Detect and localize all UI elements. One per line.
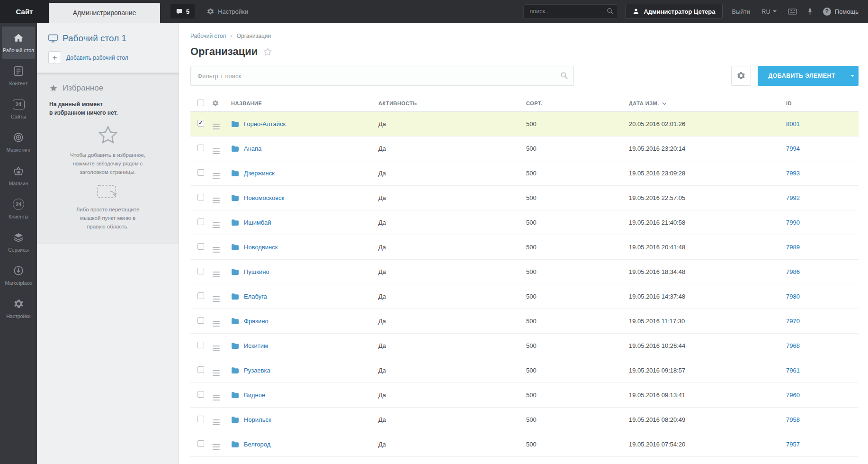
row-name-link[interactable]: Дзержинск xyxy=(244,170,275,177)
row-name-link[interactable]: Елабуга xyxy=(244,293,267,300)
drag-handle-icon[interactable] xyxy=(213,370,220,376)
table-row[interactable]: Ишимбай Да 500 19.05.2016 21:40:58 7990 xyxy=(190,210,859,235)
row-checkbox[interactable] xyxy=(197,169,204,176)
filter-search-input[interactable] xyxy=(190,66,574,86)
table-row[interactable]: Елабуга Да 500 19.05.2016 14:37:48 7980 xyxy=(190,284,859,309)
row-id-link[interactable]: 7980 xyxy=(786,293,800,300)
sidebar-item-marketplace[interactable]: Marketplace xyxy=(2,259,35,291)
row-checkbox[interactable] xyxy=(197,440,204,447)
row-id-link[interactable]: 7968 xyxy=(786,342,800,349)
row-id-link[interactable]: 7990 xyxy=(786,219,800,226)
row-id-link[interactable]: 7957 xyxy=(786,441,800,448)
column-header-id[interactable]: ID xyxy=(786,100,859,106)
table-row[interactable]: Фрязино Да 500 19.05.2016 11:17:30 7970 xyxy=(190,309,859,334)
list-settings-button[interactable] xyxy=(731,66,751,86)
column-header-sort[interactable]: СОРТ. xyxy=(526,100,629,106)
row-id-link[interactable]: 7994 xyxy=(786,145,800,152)
row-id-link[interactable]: 7960 xyxy=(786,391,800,399)
search-icon[interactable] xyxy=(607,8,614,15)
user-button[interactable]: Администратор Цетера xyxy=(626,4,722,19)
row-id-link[interactable]: 8001 xyxy=(786,120,800,127)
drag-handle-icon[interactable] xyxy=(213,444,220,450)
row-id-link[interactable]: 7961 xyxy=(786,367,800,374)
row-checkbox[interactable] xyxy=(197,243,204,250)
favorite-star-icon[interactable] xyxy=(263,47,272,56)
search-icon[interactable] xyxy=(560,72,568,80)
drag-handle-icon[interactable] xyxy=(213,346,220,351)
table-row[interactable]: Анапа Да 500 19.05.2016 23:20:14 7994 xyxy=(190,136,859,161)
table-row[interactable]: Рузаевка Да 500 19.05.2016 09:18:57 7961 xyxy=(190,358,859,383)
drag-handle-icon[interactable] xyxy=(213,124,220,129)
drag-handle-icon[interactable] xyxy=(213,148,220,154)
select-all-checkbox[interactable] xyxy=(197,100,204,106)
notifications-button[interactable]: 5 xyxy=(170,4,195,18)
row-name-link[interactable]: Белгород xyxy=(244,441,270,448)
row-checkbox[interactable] xyxy=(197,416,204,422)
drag-handle-icon[interactable] xyxy=(213,173,220,179)
row-name-link[interactable]: Ишимбай xyxy=(244,219,271,226)
table-row[interactable]: Горно-Алтайск Да 500 20.05.2016 02:01:26… xyxy=(190,112,859,136)
drag-handle-icon[interactable] xyxy=(213,395,220,400)
sidebar-item-settings[interactable]: Настройки xyxy=(2,292,35,325)
row-name-link[interactable]: Пушкино xyxy=(244,268,269,275)
language-selector[interactable]: RU xyxy=(761,8,777,15)
row-name-link[interactable]: Фрязино xyxy=(244,318,268,325)
drag-handle-icon[interactable] xyxy=(213,272,220,277)
row-id-link[interactable]: 7989 xyxy=(786,244,800,251)
row-name-link[interactable]: Новодвинск xyxy=(244,244,277,251)
row-checkbox[interactable] xyxy=(197,317,204,324)
drag-handle-icon[interactable] xyxy=(213,222,220,228)
add-desktop-button[interactable]: + Добавить рабочий стол xyxy=(48,51,167,64)
topbar-settings-button[interactable]: Настройки xyxy=(207,8,248,15)
row-id-link[interactable]: 7992 xyxy=(786,194,800,201)
row-checkbox[interactable] xyxy=(197,145,204,151)
row-checkbox[interactable] xyxy=(197,120,204,127)
table-row[interactable]: Пушкино Да 500 19.05.2016 18:34:48 7986 xyxy=(190,260,859,284)
drag-handle-icon[interactable] xyxy=(213,247,220,253)
table-row[interactable] xyxy=(190,457,859,464)
drag-handle-icon[interactable] xyxy=(213,198,220,203)
table-row[interactable]: Новодвинск Да 500 19.05.2016 20:41:48 79… xyxy=(190,235,859,260)
keyboard-icon[interactable] xyxy=(788,9,797,15)
drag-handle-icon[interactable] xyxy=(213,419,220,425)
row-name-link[interactable]: Норильск xyxy=(244,416,271,423)
add-element-button[interactable]: ДОБАВИТЬ ЭЛЕМЕНТ xyxy=(758,66,859,86)
sidebar-item-marketing[interactable]: Маркетинг xyxy=(2,126,35,158)
sidebar-item-sites[interactable]: 24 Сайты xyxy=(2,93,35,125)
topbar-search-input[interactable] xyxy=(523,4,618,18)
row-name-link[interactable]: Искитим xyxy=(244,342,268,349)
column-header-modified[interactable]: ДАТА ИЗМ. xyxy=(629,100,786,106)
help-button[interactable]: ? Помощь xyxy=(823,8,859,16)
breadcrumb-parent[interactable]: Рабочий стол xyxy=(190,33,226,39)
column-header-name[interactable]: НАЗВАНИЕ xyxy=(231,100,378,106)
row-name-link[interactable]: Видное xyxy=(244,391,265,399)
row-name-link[interactable]: Анапа xyxy=(244,145,261,152)
sidebar-item-shop[interactable]: Магазин xyxy=(2,160,35,192)
row-checkbox[interactable] xyxy=(197,194,204,200)
row-id-link[interactable]: 7970 xyxy=(786,318,800,325)
row-name-link[interactable]: Горно-Алтайск xyxy=(244,120,286,127)
drag-handle-icon[interactable] xyxy=(213,296,220,302)
add-element-dropdown[interactable] xyxy=(846,66,859,86)
row-checkbox[interactable] xyxy=(197,342,204,348)
site-button[interactable]: Сайт xyxy=(0,0,49,23)
table-row[interactable]: Видное Да 500 19.05.2016 09:13:41 7960 xyxy=(190,383,859,408)
row-checkbox[interactable] xyxy=(197,268,204,274)
desktop-title[interactable]: Рабочий стол 1 xyxy=(48,33,167,44)
sidebar-item-clients[interactable]: 24 Клиенты xyxy=(2,193,35,225)
row-checkbox[interactable] xyxy=(197,391,204,398)
row-id-link[interactable]: 7993 xyxy=(786,170,800,177)
row-id-link[interactable]: 7986 xyxy=(786,268,800,275)
table-row[interactable]: Дзержинск Да 500 19.05.2016 23:09:28 799… xyxy=(190,161,859,186)
tab-administration[interactable]: Администрирование xyxy=(49,3,160,23)
table-gear-cell[interactable] xyxy=(212,100,231,107)
table-row[interactable]: Норильск Да 500 19.05.2016 08:20:49 7958 xyxy=(190,408,859,432)
row-name-link[interactable]: Рузаевка xyxy=(244,367,270,374)
column-header-active[interactable]: АКТИВНОСТЬ xyxy=(378,100,526,106)
row-name-link[interactable]: Новомосковск xyxy=(244,194,284,201)
table-row[interactable]: Новомосковск Да 500 19.05.2016 22:57:05 … xyxy=(190,186,859,210)
drag-handle-icon[interactable] xyxy=(213,321,220,327)
sidebar-item-desktop[interactable]: Рабочий стол xyxy=(2,27,35,59)
table-row[interactable]: Белгород Да 500 19.05.2016 07:54:20 7957 xyxy=(190,432,859,457)
sidebar-item-services[interactable]: Сервисы xyxy=(2,226,35,258)
